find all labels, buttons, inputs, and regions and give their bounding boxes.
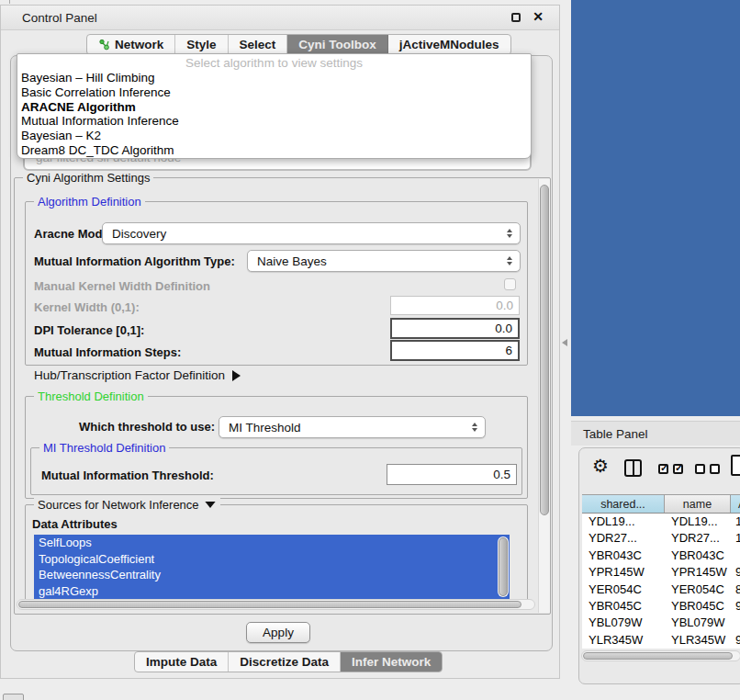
cyni-algorithm-settings-title: Cyni Algorithm Settings <box>23 171 153 185</box>
float-panel-button[interactable] <box>511 13 521 22</box>
scrollbar-thumb[interactable] <box>583 652 733 660</box>
table-cell: YLR345W <box>582 632 665 649</box>
tab-label: Discretize Data <box>240 655 329 669</box>
column-header-shared[interactable]: shared... <box>582 495 665 513</box>
table-cell <box>731 615 740 631</box>
tab-style[interactable]: Style <box>175 35 228 54</box>
screen: Control Panel ✕ NetworkStyleSelectCyni T… <box>0 0 740 700</box>
table-row[interactable]: YPR145WYPR145W9. <box>582 564 740 581</box>
table-horizontal-scrollbar[interactable] <box>581 650 740 661</box>
spinner-arrows-icon <box>507 229 512 238</box>
tab-cyni-toolbox[interactable]: Cyni Toolbox <box>287 35 388 54</box>
scrollbar-thumb[interactable] <box>540 185 549 515</box>
checked-columns-icon[interactable] <box>658 464 683 474</box>
mi-threshold-definition-title: MI Threshold Definition <box>39 441 169 455</box>
tab-network[interactable]: Network <box>87 35 175 54</box>
algorithm-option-3[interactable]: ARACNE Algorithm <box>17 100 531 115</box>
table-row[interactable]: YER054CYER054C8. <box>582 581 740 598</box>
split-columns-icon[interactable] <box>624 459 642 477</box>
which-threshold-value: MI Threshold <box>229 421 301 435</box>
aracne-mode-select[interactable]: Discovery <box>102 222 521 244</box>
attribute-list-item[interactable]: gal4RGexp <box>34 583 510 600</box>
attribute-list-item[interactable]: TopologicalCoefficient <box>34 551 510 568</box>
mi-algorithm-type-value: Naive Bayes <box>257 254 327 268</box>
mi-threshold-input[interactable]: 0.5 <box>387 464 517 485</box>
table-toolbar: ⚙ <box>579 448 740 493</box>
settings-vertical-scrollbar[interactable] <box>538 179 550 613</box>
algorithm-option-4[interactable]: Mutual Information Inference <box>17 114 531 129</box>
table-cell: YPR145W <box>582 564 665 581</box>
table-row[interactable]: YDR27...YDR27...12 <box>582 530 740 547</box>
network-view-frame: GALGAL80GAL10GAL1SWI4GAL11GAL4GCY1HAP4YH… <box>571 0 740 416</box>
hub-transcription-factor-section[interactable]: Hub/Transcription Factor Definition <box>34 368 241 382</box>
table-row[interactable]: YBL079WYBL079W <box>582 615 740 631</box>
column-header-a[interactable]: A <box>731 495 740 513</box>
sources-title-text: Sources for Network Inference <box>38 498 199 512</box>
tab-select[interactable]: Select <box>229 35 288 54</box>
table-row[interactable]: YBR045CYBR045C9. <box>582 598 740 615</box>
hub-transcription-factor-label: Hub/Transcription Factor Definition <box>34 368 225 382</box>
mi-threshold-label: Mutual Information Threshold: <box>41 469 214 482</box>
table-row[interactable]: YDL19...YDL19...13 <box>582 514 740 530</box>
checkbox-unchecked-icon <box>710 464 720 474</box>
tab-impute-data[interactable]: Impute Data <box>135 652 229 672</box>
attribute-list-item[interactable]: BetweennessCentrality <box>34 567 510 583</box>
mi-steps-input[interactable]: 6 <box>390 340 520 361</box>
settings-horizontal-scrollbar[interactable] <box>17 599 535 610</box>
column-header-name[interactable]: name <box>665 495 731 513</box>
mi-algorithm-type-label: Mutual Information Algorithm Type: <box>34 254 235 268</box>
tab-jactivemnodules[interactable]: jActiveMNodules <box>388 35 510 54</box>
data-attributes-label: Data Attributes <box>32 517 118 531</box>
scrollbar-thumb[interactable] <box>18 601 521 608</box>
table-row[interactable]: YBR043CYBR043C <box>582 548 740 564</box>
checkbox-unchecked-icon <box>695 464 705 474</box>
mi-algorithm-type-select[interactable]: Naive Bayes <box>247 250 521 272</box>
which-threshold-label: Which threshold to use: <box>79 420 215 434</box>
document-icon[interactable] <box>731 455 740 476</box>
algorithm-option-list: Bayesian – Hill ClimbingBasic Correlatio… <box>17 71 531 158</box>
dpi-tolerance-label: DPI Tolerance [0,1]: <box>34 323 144 337</box>
dpi-tolerance-input[interactable]: 0.0 <box>390 318 520 339</box>
table-header-row: shared...nameA <box>582 494 740 514</box>
table-cell: 9. <box>731 598 740 615</box>
spinner-arrows-icon <box>472 423 477 432</box>
panel-splitter-handle[interactable] <box>562 339 567 346</box>
kernel-width-input[interactable]: 0.0 <box>390 296 520 315</box>
mi-steps-value: 6 <box>505 344 512 357</box>
tab-discretize-data[interactable]: Discretize Data <box>229 652 341 672</box>
table-row[interactable]: YLR345WYLR345W9. <box>582 632 740 649</box>
tab-label: jActiveMNodules <box>399 38 499 51</box>
table-cell: YBR043C <box>582 548 665 564</box>
collapsed-panel-icon[interactable] <box>3 694 24 700</box>
data-attributes-list[interactable]: SelfLoopsTopologicalCoefficientBetweenne… <box>34 535 510 599</box>
checkbox-checked-icon <box>658 464 668 474</box>
algorithm-option-6[interactable]: Dream8 DC_TDC Algorithm <box>17 143 531 158</box>
which-threshold-select[interactable]: MI Threshold <box>219 416 486 438</box>
table-cell: 9. <box>731 564 740 581</box>
tab-infer-network[interactable]: Infer Network <box>341 652 442 672</box>
apply-button[interactable]: Apply <box>246 622 310 643</box>
tab-label: Impute Data <box>146 655 217 669</box>
algorithm-option-1[interactable]: Bayesian – Hill Climbing <box>17 71 531 85</box>
close-panel-icon[interactable]: ✕ <box>533 9 544 24</box>
table-cell: YBL079W <box>665 615 731 631</box>
dpi-tolerance-value: 0.0 <box>495 322 512 335</box>
table-cell: 8. <box>731 581 740 598</box>
dropdown-placeholder: Select algorithm to view settings <box>17 56 531 71</box>
control-panel-title: Control Panel <box>22 11 97 25</box>
table-cell: YDR27... <box>665 530 731 547</box>
algorithm-option-5[interactable]: Bayesian – K2 <box>17 129 531 143</box>
unchecked-columns-icon[interactable] <box>695 464 720 474</box>
control-panel: Control Panel ✕ NetworkStyleSelectCyni T… <box>0 5 560 679</box>
table-cell: YBL079W <box>582 615 665 631</box>
manual-kernel-width-checkbox[interactable] <box>504 278 516 290</box>
algorithm-option-2[interactable]: Basic Correlation Inference <box>17 85 531 100</box>
sources-title[interactable]: Sources for Network Inference <box>34 498 220 512</box>
list-vertical-scrollbar[interactable] <box>498 536 509 597</box>
control-panel-tab-bar: NetworkStyleSelectCyni ToolboxjActiveMNo… <box>86 34 511 55</box>
gear-icon[interactable]: ⚙ <box>592 457 609 475</box>
table-panel-title: Table Panel <box>583 427 648 441</box>
tab-label: Style <box>186 38 216 51</box>
attribute-list-item[interactable]: SelfLoops <box>34 535 510 551</box>
scrollbar-thumb[interactable] <box>499 537 508 596</box>
